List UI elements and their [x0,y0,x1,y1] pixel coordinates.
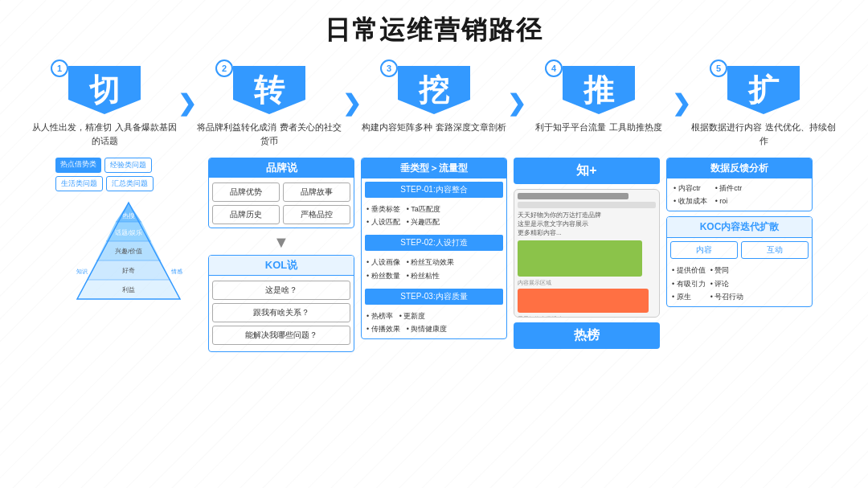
step-desc-3: 构建内容矩阵多种 套路深度文章剖析 [358,121,509,153]
page-title: 日常运维营销路径 [0,0,868,56]
brand-title: 品牌说 [209,158,354,178]
data-cols: 内容ctr 收加成本 插件ctr roi [667,178,812,211]
b2-2: 传播效果 [366,322,400,335]
brand-item-0: 品牌优势 [212,182,280,202]
tags-row-1: 热点借势类 经验类问题 [55,158,202,173]
koc-1-2: 号召行动 [710,290,744,303]
tag-exp: 经验类问题 [104,158,152,173]
bullets-2: 热榜率 更新度 传播效果 舆情健康度 [362,308,506,338]
step-label-2: STEP-03:内容质量 [365,289,503,305]
svg-text:热搜: 热搜 [122,212,135,219]
step-desc-4: 利于知乎平台流量 工具助推热度 [532,121,665,153]
koc-0-0: 提供价值 [672,264,706,277]
step-char-2: 转 [233,66,305,114]
panel-5: 数据反馈分析 内容ctr 收加成本 插件ctr roi KOC内容迭代扩散 内容… [663,158,816,399]
b2-1: 更新度 [399,310,426,322]
b1-0: 人设画像 [366,256,400,269]
koc-btn-1: 互动 [741,241,809,259]
b0-1: Ta匹配度 [407,203,440,215]
data-col-1: 插件ctr roi [715,182,743,207]
bullets-1: 人设画像 粉丝互动效果 粉丝数量 粉丝粘性 [362,254,506,285]
step-char-1: 切 [68,66,141,114]
step-4: 4 推 利于知乎平台流量 工具助推热度 [522,59,675,153]
b2-0: 热榜率 [366,310,393,322]
tag-hot: 热点借势类 [55,158,101,173]
step-char-3: 挖 [398,66,470,114]
step-label-0: STEP-01:内容整合 [365,182,503,198]
brand-item-1: 品牌故事 [283,182,350,202]
vertical-section: 垂类型＞流量型 STEP-01:内容整合 垂类标签 Ta匹配度 人设匹配 兴趣匹… [361,158,507,339]
koc-col-1: 赞同 评论 号召行动 [710,264,744,303]
hot-box: 热榜 [514,322,660,349]
brand-item-2: 品牌历史 [212,205,280,224]
step-5: 5 扩 根据数据进行内容 迭代优化、持续创作 [687,59,840,153]
bullets-0: 垂类标签 Ta匹配度 人设匹配 兴趣匹配 [362,201,506,232]
kol-item-2: 能解决我哪些问题？ [212,326,350,345]
b0-0: 垂类标签 [366,203,400,215]
svg-text:兴趣/价值: 兴趣/价值 [115,248,142,255]
koc-section: KOC内容迭代扩散 内容 互动 提供价值 有吸引力 原生 赞同 评论 号召行动 [666,216,813,307]
step-num-4: 4 [545,59,563,77]
data-title: 数据反馈分析 [667,158,812,178]
flow-steps-row: 1 切 从人性出发，精准切 入具备爆款基因的话题 ❯ 2 转 将品牌利益转化成消… [0,59,868,153]
b1-3: 粉丝粘性 [407,269,440,282]
tag-sum: 汇总类问题 [106,176,154,191]
b0-2: 人设匹配 [366,215,400,228]
brand-grid: 品牌优势 品牌故事 品牌历史 严格品控 [212,182,350,224]
data-item-3: roi [715,195,743,207]
step-num-3: 3 [380,59,398,77]
kol-item-0: 这是啥？ [212,281,350,300]
koc-1-1: 评论 [710,277,744,290]
koc-0-2: 原生 [672,290,706,303]
step-num-2: 2 [215,59,233,77]
zhiplus-box: 知+ [514,158,660,184]
koc-bullets: 提供价值 有吸引力 原生 赞同 评论 号召行动 [667,262,812,306]
svg-text:情感: 情感 [170,269,182,274]
step-num-5: 5 [710,59,727,77]
b0-3: 兴趣匹配 [407,215,440,228]
brand-item-3: 严格品控 [283,205,350,224]
step-char-5: 扩 [727,66,800,114]
step-desc-5: 根据数据进行内容 迭代优化、持续创作 [687,121,840,153]
svg-text:知识: 知识 [76,269,88,275]
step-label-1: STEP-02:人设打造 [365,235,503,251]
b1-1: 粉丝互动效果 [407,256,455,269]
koc-col-0: 提供价值 有吸引力 原生 [672,264,706,303]
kol-section: KOL说 这是啥？ 跟我有啥关系？ 能解决我哪些问题？ [208,255,354,352]
b1-2: 粉丝数量 [366,269,400,282]
vertical-title: 垂类型＞流量型 [362,158,506,178]
step-num-1: 1 [51,59,68,77]
kol-title: KOL说 [209,256,354,276]
kol-item-1: 跟我有啥关系？ [212,303,350,322]
data-col-0: 内容ctr 收加成本 [674,182,707,207]
pyramid: 热搜 话题/娱乐 兴趣/价值 好奇 利益 知识 情感 [55,196,202,309]
step-3: 3 挖 构建内容矩阵多种 套路深度文章剖析 [358,59,510,153]
step-char-4: 推 [563,66,635,114]
phone-mock: 天天好物为你的万达打造品牌 这里是示意文字内容展示 更多精彩内容... 内容展示… [514,189,660,318]
tag-life: 生活类问题 [55,176,103,191]
step-desc-1: 从人性出发，精准切 入具备爆款基因的话题 [28,121,181,153]
panel-3: 垂类型＞流量型 STEP-01:内容整合 垂类标签 Ta匹配度 人设匹配 兴趣匹… [358,158,510,399]
brand-section: 品牌说 品牌优势 品牌故事 品牌历史 严格品控 [208,158,354,228]
data-section: 数据反馈分析 内容ctr 收加成本 插件ctr roi [666,158,813,211]
data-item-2: 插件ctr [715,182,743,195]
koc-title: KOC内容迭代扩散 [667,217,812,238]
tags-row-2: 生活类问题 汇总类问题 [55,176,202,191]
b2-3: 舆情健康度 [407,322,448,335]
svg-text:利益: 利益 [122,286,135,293]
step-desc-2: 将品牌利益转化成消 费者关心的社交货币 [193,121,346,153]
panel-4: 知+ 天天好物为你的万达打造品牌 这里是示意文字内容展示 更多精彩内容... 内… [510,158,663,399]
step-2: 2 转 将品牌利益转化成消 费者关心的社交货币 [193,59,346,153]
step-1: 1 切 从人性出发，精准切 入具备爆款基因的话题 [28,59,181,153]
koc-btn-0: 内容 [670,241,738,259]
data-item-0: 内容ctr [674,182,707,195]
panel-1: 热点借势类 经验类问题 生活类问题 汇总类问题 热搜 话题/娱乐 兴趣/价值 [52,158,205,399]
panel-2: 品牌说 品牌优势 品牌故事 品牌历史 严格品控 ▼ KOL说 这是啥？ 跟我有啥… [205,158,358,399]
down-arrow: ▼ [208,233,354,252]
svg-text:好奇: 好奇 [122,267,135,274]
koc-grid: 内容 互动 [667,238,812,262]
content-row: 热点借势类 经验类问题 生活类问题 汇总类问题 热搜 话题/娱乐 兴趣/价值 [0,153,868,399]
svg-text:话题/娱乐: 话题/娱乐 [115,229,142,236]
koc-0-1: 有吸引力 [672,277,706,290]
data-item-1: 收加成本 [674,195,707,207]
